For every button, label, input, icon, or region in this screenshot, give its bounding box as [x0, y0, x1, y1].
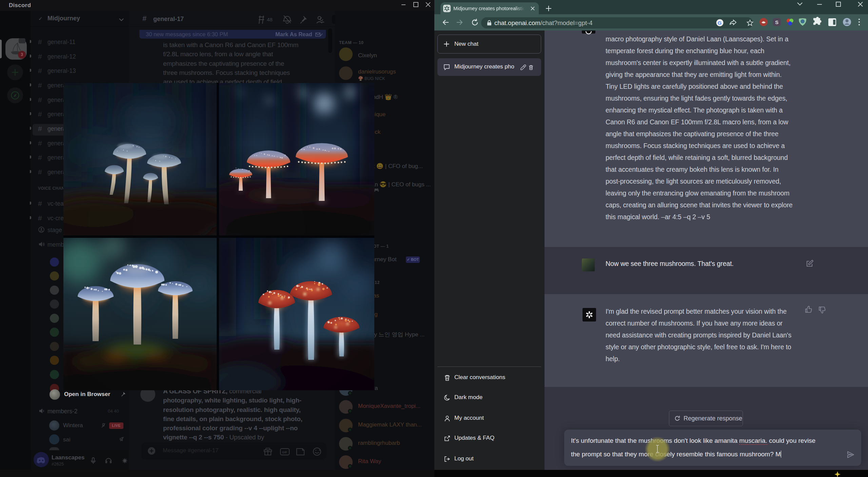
svg-text:G: G	[718, 20, 722, 26]
svg-text:S: S	[775, 19, 778, 25]
svg-text:GIF: GIF	[282, 451, 288, 454]
svg-text:48: 48	[267, 17, 273, 22]
